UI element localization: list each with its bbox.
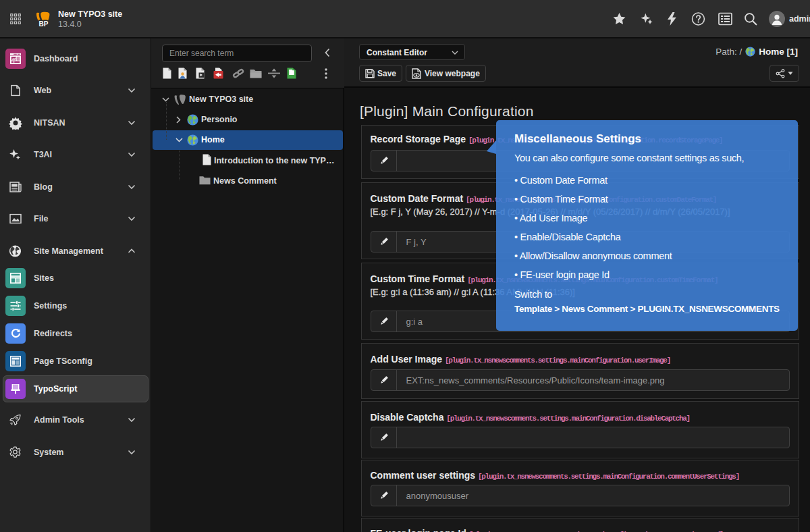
svg-text:BP: BP <box>39 20 49 26</box>
